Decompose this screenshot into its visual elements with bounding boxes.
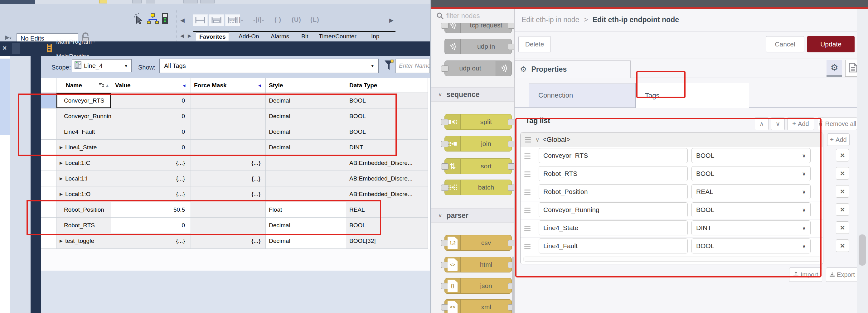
name-filter-field[interactable]: Enter Name Filt [396,59,430,73]
ote-coil-icon[interactable]: ( ) [275,16,281,23]
scroll-left-icon[interactable]: ◀ [180,17,185,24]
properties-view-button[interactable]: ⚙ [827,60,842,77]
xio-contact-icon[interactable]: -|/|- [253,16,264,23]
tag-force-cell[interactable]: {...} [191,155,266,171]
row-selector[interactable] [41,233,57,249]
update-button[interactable]: Update [807,36,855,52]
tab-add-on[interactable]: Add-On [239,32,259,40]
expand-icon[interactable]: ▶ [60,161,63,165]
column-force-mask[interactable]: Force Mask ◄ [191,78,266,93]
expand-icon[interactable]: ▶ [60,192,63,196]
tag-name-cell[interactable]: ▶Local:1:I [57,171,111,186]
tag-force-cell[interactable]: {...} [191,186,266,202]
column-value[interactable]: Value ◄ [111,78,191,93]
palette-node-batch[interactable]: batch [444,180,512,195]
tag-force-cell[interactable]: {...} [191,171,266,186]
panel-scrollbar-track[interactable] [857,9,868,313]
tag-name-cell[interactable]: ▶Local:1:C [57,155,111,171]
delete-tag-button[interactable]: × [836,203,849,216]
cancel-button[interactable]: Cancel [766,36,804,52]
row-selector[interactable] [41,155,57,171]
expand-icon[interactable]: ▶ [60,176,63,181]
tag-name-cell[interactable]: ▶Local:1:O [57,186,111,202]
scope-dropdown[interactable]: Line_4 ▼ [72,59,132,72]
rung-dropdown-icon[interactable]: ▶▾ [5,34,11,41]
group-add-button[interactable]: +Add [827,133,849,146]
gear-icon: ⚙ [830,62,838,73]
palette-node-csv[interactable]: 1,2 csv [444,235,512,251]
delete-tag-button[interactable]: × [836,185,849,198]
scroll-right-icon[interactable]: ▶ [389,17,394,24]
chevron-down-icon[interactable]: ▼ [370,63,375,68]
tabs-scroll-right-icon[interactable]: ▶ [188,33,191,39]
delete-button[interactable]: Delete [518,36,551,52]
tag-style-cell[interactable] [266,186,346,202]
tabs-scroll-left-icon[interactable]: ◀ [180,33,184,39]
tag-value-cell[interactable]: {...} [111,155,191,171]
xic-contact-icon[interactable]: -| |- [232,16,243,23]
delete-tag-button[interactable]: × [836,221,849,234]
branch-icon[interactable] [209,14,224,26]
select-pointer-icon[interactable] [133,12,144,26]
tab-properties[interactable]: ⚙ Properties [515,61,631,78]
controller-device-icon[interactable] [161,12,168,26]
table-row: ▶test_toggle {...} {...} Decimal BOOL[32… [41,233,428,249]
otu-coil-icon[interactable]: (U) [291,16,301,23]
panel-scrollbar-thumb[interactable] [859,234,866,265]
delete-tag-button[interactable]: × [836,149,849,161]
sort-indicator-icon[interactable]: ▲ [99,83,109,88]
tag-force-cell[interactable]: {...} [191,233,266,249]
otl-coil-icon[interactable]: (L) [310,16,319,23]
tag-type-cell[interactable]: BOOL[32] [346,233,428,249]
palette-node-xml[interactable]: <> xml [444,299,512,313]
tag-style-cell[interactable] [266,171,346,186]
tag-style-cell[interactable] [266,155,346,171]
palette-node-udp-in[interactable]: udp in [444,39,512,54]
tab-alarms[interactable]: Alarms [271,32,289,40]
palette-node-split[interactable]: split [444,114,512,130]
tab-connection[interactable]: Connection [529,84,635,107]
tab-timer-counter[interactable]: Timer/Counter [319,32,356,40]
column-name[interactable]: Name ▲ [57,78,111,93]
palette-node-json[interactable]: {} json [444,278,512,294]
tag-name-cell[interactable]: ▶test_toggle [57,233,111,249]
breadcrumb-parent[interactable]: Edit eth-ip in node [522,15,579,24]
tag-type-cell[interactable]: AB:Embedded_Discre... [346,171,428,186]
row-selector[interactable] [41,171,57,186]
chevron-down-icon[interactable]: ▼ [124,63,128,68]
tag-type-cell[interactable]: AB:Embedded_Discre... [346,155,428,171]
rslogix-top-strip [0,0,431,4]
delete-tag-button[interactable]: × [836,240,849,252]
tab-bit[interactable]: Bit [301,32,308,40]
remove-all-button[interactable]: Remove all [818,117,857,130]
column-data-type[interactable]: Data Type [346,78,428,93]
palette-category-sequence[interactable]: ∨ sequence [431,87,515,102]
new-rung-icon[interactable] [193,14,208,26]
export-button[interactable]: Export [826,268,858,282]
tag-value-cell[interactable]: {...} [111,186,191,202]
tag-style-cell[interactable]: Decimal [266,233,346,249]
nodered-palette: tcp request filter nodes udp in udp out … [431,9,515,313]
tag-type-cell[interactable]: AB:Embedded_Discre... [346,186,428,202]
palette-node-sort[interactable]: sort [444,158,512,174]
tag-value-cell[interactable]: {...} [111,233,191,249]
collapsed-panel-block[interactable] [0,59,10,135]
column-style[interactable]: Style [266,78,346,93]
palette-node-html[interactable]: <> html [444,257,512,273]
tab-input-truncated[interactable]: Inp [371,32,379,40]
palette-node-join[interactable]: join [444,136,512,152]
palette-search[interactable]: filter nodes [431,9,515,23]
delete-tag-button[interactable]: × [836,167,849,180]
network-browse-icon[interactable] [147,13,159,26]
expand-icon[interactable]: ▶ [60,239,63,243]
row-selector[interactable] [41,186,57,202]
tag-value-cell[interactable]: {...} [111,171,191,186]
palette-scrollbar[interactable] [512,257,514,313]
palette-node-udp-out[interactable]: udp out [444,61,512,76]
close-pane-icon[interactable]: × [2,44,6,52]
show-dropdown[interactable]: All Tags ▼ [159,59,379,73]
filter-funnel-icon[interactable] [383,59,394,73]
tab-main-routine[interactable]: MainProgram - MainRoutine [40,41,124,56]
tab-favorites[interactable]: Favorites [196,32,229,40]
palette-category-parser[interactable]: ∨ parser [431,208,515,223]
